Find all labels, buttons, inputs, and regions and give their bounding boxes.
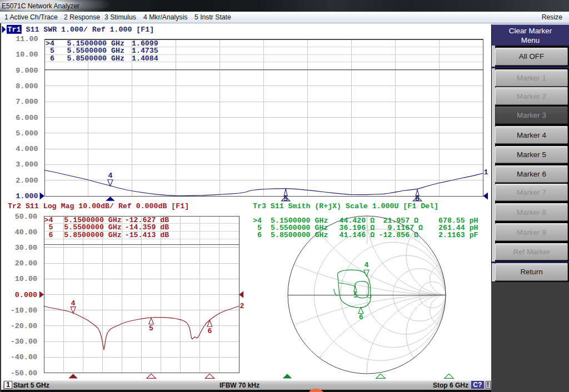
svg-text:4.000: 4.000 — [16, 145, 38, 153]
svg-text:-12.627 dB: -12.627 dB — [124, 216, 169, 224]
svg-text:1: 1 — [483, 168, 488, 177]
svg-text:-12.856 Ω: -12.856 Ω — [378, 231, 418, 239]
svg-text:Tr2 S11 Log Mag 10.00dB/ Ref 0: Tr2 S11 Log Mag 10.00dB/ Ref 0.000dB [F1… — [8, 202, 189, 210]
svg-text:5.8500000 GHz: 5.8500000 GHz — [67, 54, 124, 63]
svg-text:5: 5 — [149, 324, 153, 333]
svg-text:50.00: 50.00 — [14, 213, 37, 221]
svg-text:-50.00: -50.00 — [10, 369, 37, 378]
svg-text:1.4084: 1.4084 — [132, 54, 158, 63]
svg-text:30.00: 30.00 — [14, 244, 37, 252]
svg-text:-40.00: -40.00 — [10, 353, 37, 361]
svg-text:5.5500000 GHz: 5.5500000 GHz — [64, 223, 121, 232]
svg-text:5.8500000 GHz: 5.8500000 GHz — [64, 231, 121, 239]
svg-text:10.00: 10.00 — [14, 275, 37, 283]
svg-text:10.00: 10.00 — [16, 51, 38, 59]
svg-text:-14.359 dB: -14.359 dB — [124, 223, 169, 232]
svg-text:Tr1: Tr1 — [7, 26, 21, 34]
svg-text:41.146 Ω: 41.146 Ω — [339, 231, 375, 239]
svg-text:6: 6 — [207, 327, 212, 335]
svg-text:Tr3 S11 Smith (R+jX) Scale 1.0: Tr3 S11 Smith (R+jX) Scale 1.000U [F1 De… — [253, 202, 438, 210]
svg-text:2.1163 pF: 2.1163 pF — [438, 231, 478, 239]
svg-text:2: 2 — [239, 302, 244, 310]
svg-text:-20.00: -20.00 — [10, 322, 37, 330]
svg-text:5: 5 — [353, 292, 358, 300]
svg-text:>4: >4 — [44, 216, 53, 224]
svg-text:5.000: 5.000 — [16, 129, 38, 138]
svg-text:6.000: 6.000 — [16, 114, 38, 122]
svg-text:6: 6 — [253, 231, 262, 239]
svg-text:21.957 Ω: 21.957 Ω — [378, 217, 418, 225]
svg-text:4: 4 — [364, 261, 368, 269]
svg-text:4: 4 — [71, 299, 75, 308]
svg-text:1.000: 1.000 — [16, 192, 38, 200]
svg-text:>4: >4 — [253, 217, 262, 225]
svg-text:9.000: 9.000 — [16, 67, 38, 75]
svg-text:0.000: 0.000 — [14, 291, 37, 299]
svg-text:20.00: 20.00 — [14, 259, 37, 268]
svg-text:44.420 Ω: 44.420 Ω — [339, 217, 375, 225]
svg-text:5.1500000 GHz: 5.1500000 GHz — [271, 217, 328, 225]
svg-text:7.000: 7.000 — [16, 98, 38, 106]
svg-text:4: 4 — [108, 172, 112, 180]
svg-text:5.1500000 GHz: 5.1500000 GHz — [64, 216, 121, 224]
svg-text:3.000: 3.000 — [16, 160, 38, 169]
svg-text:11.00: 11.00 — [16, 35, 38, 43]
svg-text:2.000: 2.000 — [16, 177, 38, 185]
svg-text:8.000: 8.000 — [16, 82, 38, 91]
svg-text:40.00: 40.00 — [14, 228, 37, 237]
svg-text:-30.00: -30.00 — [10, 338, 37, 346]
svg-text:6: 6 — [50, 54, 54, 63]
svg-text:6: 6 — [358, 313, 363, 321]
svg-text:S11 SWR 1.000/ Ref 1.000 [F1]: S11 SWR 1.000/ Ref 1.000 [F1] — [26, 26, 154, 34]
svg-text:5: 5 — [48, 223, 53, 232]
svg-text:6: 6 — [48, 231, 53, 239]
svg-text:5.8500000 GHz: 5.8500000 GHz — [271, 231, 328, 239]
svg-text:-10.00: -10.00 — [10, 306, 37, 315]
svg-text:-15.413 dB: -15.413 dB — [124, 231, 169, 239]
svg-text:678.55 pH: 678.55 pH — [438, 217, 478, 225]
